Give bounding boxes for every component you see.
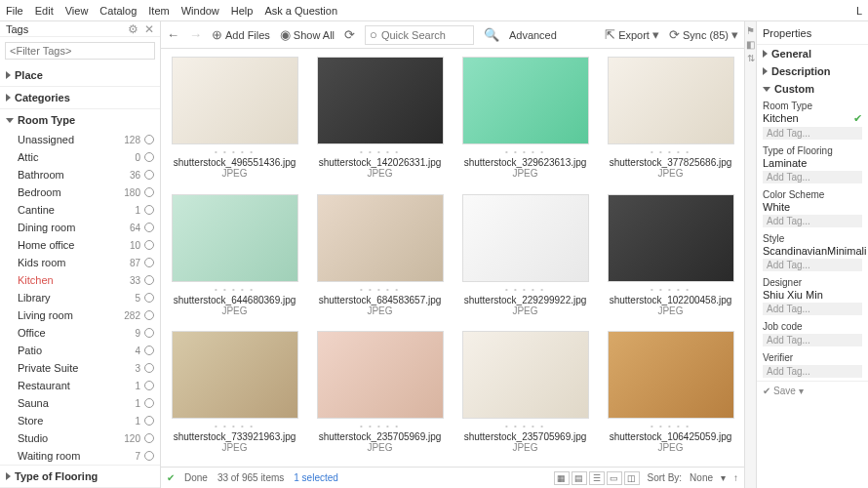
sort-value[interactable]: None <box>690 472 713 483</box>
thumbnail-image[interactable] <box>462 57 589 144</box>
add-tag-input[interactable]: Add Tag... <box>763 303 862 315</box>
status-selected[interactable]: 1 selected <box>294 472 338 483</box>
filter-tags-input[interactable] <box>5 42 155 60</box>
radio-icon[interactable] <box>144 328 154 338</box>
radio-icon[interactable] <box>144 258 154 267</box>
menu-ask[interactable]: Ask a Question <box>264 5 337 17</box>
menu-help[interactable]: Help <box>231 5 254 17</box>
menu-file[interactable]: File <box>6 5 23 17</box>
scroll-bookmark-icon[interactable]: ◧ <box>746 39 755 50</box>
radio-icon[interactable] <box>144 346 154 355</box>
thumbnail-image[interactable] <box>462 331 589 419</box>
radio-icon[interactable] <box>144 381 154 390</box>
view-grid-icon[interactable]: ▦ <box>554 471 570 485</box>
export-button[interactable]: ⇱Export▾ <box>605 27 659 42</box>
tag-bathroom[interactable]: Bathroom36 <box>0 166 160 183</box>
view-list-icon[interactable]: ☰ <box>589 471 605 485</box>
add-tag-input[interactable]: Add Tag... <box>763 171 862 183</box>
radio-icon[interactable] <box>144 433 154 443</box>
radio-icon[interactable] <box>144 240 154 250</box>
add-tag-input[interactable]: Add Tag... <box>763 215 862 227</box>
radio-icon[interactable] <box>144 205 154 215</box>
prop-section-custom[interactable]: Custom <box>757 80 868 98</box>
radio-icon[interactable] <box>144 275 154 285</box>
tag-kids-room[interactable]: Kids room87 <box>0 254 160 271</box>
add-tag-input[interactable]: Add Tag... <box>763 334 862 346</box>
view-large-icon[interactable]: ▤ <box>572 471 587 485</box>
thumbnail-image[interactable] <box>317 194 444 282</box>
thumbnail-image[interactable] <box>608 57 734 144</box>
view-tile-icon[interactable]: ◫ <box>624 471 640 485</box>
menu-view[interactable]: View <box>65 5 89 17</box>
section-categories[interactable]: Categories <box>0 87 160 108</box>
rating-dots[interactable]: • • • • • <box>360 147 400 156</box>
radio-icon[interactable] <box>144 170 154 180</box>
tag-unassigned[interactable]: Unassigned128 <box>0 131 160 148</box>
advanced-button[interactable]: Advanced <box>509 29 557 41</box>
scroll-lock-icon[interactable]: ⇅ <box>747 53 755 63</box>
thumbnail-image[interactable] <box>317 57 444 144</box>
tag-library[interactable]: Library5 <box>0 289 160 306</box>
tag-home-office[interactable]: Home office10 <box>0 236 160 254</box>
tag-attic[interactable]: Attic0 <box>0 148 160 166</box>
menu-catalog[interactable]: Catalog <box>99 5 137 17</box>
radio-icon[interactable] <box>144 363 154 373</box>
rating-dots[interactable]: • • • • • <box>215 422 255 430</box>
rating-dots[interactable]: • • • • • <box>505 422 545 430</box>
tag-restaurant[interactable]: Restaurant1 <box>0 377 160 394</box>
radio-icon[interactable] <box>144 187 154 197</box>
radio-icon[interactable] <box>144 310 154 320</box>
tag-bedroom[interactable]: Bedroom180 <box>0 183 160 201</box>
rating-dots[interactable]: • • • • • <box>215 285 255 294</box>
rating-dots[interactable]: • • • • • <box>651 285 690 294</box>
rating-dots[interactable]: • • • • • <box>360 285 400 294</box>
radio-icon[interactable] <box>144 451 154 461</box>
refresh-button[interactable]: ⟳ <box>344 27 355 42</box>
sort-dropdown-icon[interactable]: ▾ <box>721 472 726 483</box>
tag-kitchen[interactable]: Kitchen33 <box>0 271 160 289</box>
radio-icon[interactable] <box>144 152 154 162</box>
rating-dots[interactable]: • • • • • <box>651 422 690 430</box>
tag-store[interactable]: Store1 <box>0 412 160 429</box>
rating-dots[interactable]: • • • • • <box>360 422 400 430</box>
radio-icon[interactable] <box>144 223 154 232</box>
save-button[interactable]: Save <box>773 386 796 396</box>
show-all-button[interactable]: ◉Show All <box>280 27 335 42</box>
view-detail-icon[interactable]: ▭ <box>607 471 622 485</box>
menu-item[interactable]: Item <box>148 5 169 17</box>
prop-section-description[interactable]: Description <box>757 62 868 80</box>
nav-fwd[interactable]: → <box>189 27 202 42</box>
menu-edit[interactable]: Edit <box>35 5 54 17</box>
tag-waiting-room[interactable]: Waiting room7 <box>0 447 160 465</box>
thumbnail-image[interactable] <box>608 331 734 419</box>
section-place[interactable]: Place <box>0 64 160 86</box>
tag-studio[interactable]: Studio120 <box>0 429 160 447</box>
thumbnail-image[interactable] <box>608 194 734 282</box>
tag-private-suite[interactable]: Private Suite3 <box>0 359 160 377</box>
prop-section-general[interactable]: General <box>757 45 868 62</box>
search-input[interactable] <box>381 29 469 41</box>
rating-dots[interactable]: • • • • • <box>505 147 545 156</box>
tag-sauna[interactable]: Sauna1 <box>0 394 160 412</box>
nav-back[interactable]: ← <box>167 27 179 42</box>
scroll-flag-icon[interactable]: ⚑ <box>746 25 755 36</box>
quick-search[interactable]: ○ <box>365 25 474 45</box>
rating-dots[interactable]: • • • • • <box>505 285 545 294</box>
add-tag-input[interactable]: Add Tag... <box>763 365 862 378</box>
rating-dots[interactable]: • • • • • <box>215 147 255 156</box>
radio-icon[interactable] <box>144 416 154 426</box>
radio-icon[interactable] <box>144 293 154 303</box>
section-type-of-flooring[interactable]: Type of Flooring <box>0 466 160 487</box>
tag-living-room[interactable]: Living room282 <box>0 306 160 324</box>
section-room-type[interactable]: Room Type <box>0 109 160 131</box>
gear-icon[interactable]: ⚙ <box>128 22 138 36</box>
thumbnail-image[interactable] <box>172 194 298 282</box>
save-dropdown-icon[interactable]: ▾ <box>799 386 804 396</box>
radio-icon[interactable] <box>144 398 154 408</box>
close-icon[interactable]: ✕ <box>144 22 154 36</box>
add-tag-input[interactable]: Add Tag... <box>763 127 862 140</box>
sort-asc-icon[interactable]: ↑ <box>733 472 738 483</box>
thumbnail-image[interactable] <box>172 331 298 419</box>
sync-button[interactable]: ⟳Sync (85)▾ <box>669 27 738 42</box>
menu-window[interactable]: Window <box>181 5 219 17</box>
